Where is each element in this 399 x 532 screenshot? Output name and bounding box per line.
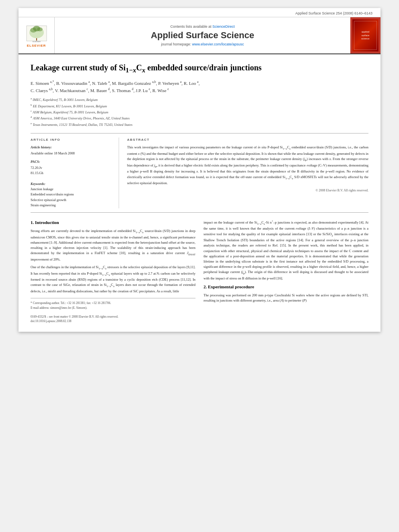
svg-text:ELSEVIER: ELSEVIER bbox=[33, 41, 41, 43]
contents-line: Contents lists available at ScienceDirec… bbox=[170, 25, 234, 29]
abstract-label: ABSTRACT bbox=[127, 138, 368, 142]
pacs-item-1: 72.20.Jv bbox=[31, 165, 113, 170]
section-2-heading: 2. Experimental procedure bbox=[204, 283, 368, 290]
pacs-item-2: 81.15.Gh bbox=[31, 170, 113, 176]
body-right-column: impact on the leakage current of the Si1… bbox=[204, 219, 368, 324]
cover-journal-title: appliedsurfacescience bbox=[361, 30, 369, 40]
journal-ref-text: Applied Surface Science 254 (2008) 6140–… bbox=[295, 11, 372, 15]
article-info-abstract: ARTICLE INFO Article history: Available … bbox=[31, 138, 368, 208]
body-left-column: 1. Introduction Strong efforts are curre… bbox=[31, 219, 195, 324]
journal-homepage: journal homepage: www.elsevier.com/locat… bbox=[161, 42, 244, 46]
article-info-label: ARTICLE INFO bbox=[31, 138, 113, 142]
body-two-columns: 1. Introduction Strong efforts are curre… bbox=[31, 219, 368, 324]
page: Applied Surface Science 254 (2008) 6140–… bbox=[19, 8, 380, 332]
elsevier-text: ELSEVIER bbox=[27, 44, 46, 47]
svg-point-5 bbox=[33, 26, 40, 31]
journal-main-title: Applied Surface Science bbox=[151, 30, 254, 41]
cover-box: appliedsurfacescience bbox=[352, 19, 378, 51]
intro-paragraph-2: One of the challenges in the implementat… bbox=[31, 265, 195, 294]
section-1-heading: 1. Introduction bbox=[31, 219, 195, 226]
copyright-line: © 2008 Elsevier B.V. All rights reserved… bbox=[127, 188, 368, 193]
abstract-text: This work investigates the impact of var… bbox=[127, 145, 368, 186]
authors-line: E. Simoen a,*, B. Vissouvanadin a, N. Ta… bbox=[31, 80, 368, 94]
footnote-email: E-mail address: simoen@imec.be (E. Simoe… bbox=[31, 306, 195, 310]
pacs-label: PACS: bbox=[31, 159, 113, 164]
intro-paragraph-1: Strong efforts are currently devoted to … bbox=[31, 228, 195, 262]
divider-line bbox=[31, 133, 368, 134]
divider-line-2 bbox=[31, 212, 368, 213]
journal-banner: ELSEVIER ELSEVIER Contents lists availab… bbox=[19, 17, 380, 54]
journal-reference: Applied Surface Science 254 (2008) 6140–… bbox=[19, 8, 380, 17]
footnote-area: * Corresponding author. Tel.: +32 16 281… bbox=[31, 298, 195, 323]
section2-paragraph-1: The processing was performed on 200 mm p… bbox=[204, 293, 368, 303]
intro-right-paragraph-1: impact on the leakage current of the Si1… bbox=[204, 219, 368, 281]
main-content: Leakage current study of Si1−xCx embedde… bbox=[19, 54, 380, 332]
article-info-column: ARTICLE INFO Article history: Available … bbox=[31, 138, 119, 208]
footnote-corresponding-author: * Corresponding author. Tel.: +32 16 281… bbox=[31, 301, 195, 305]
paper-title: Leakage current study of Si1−xCx embedde… bbox=[31, 62, 368, 75]
keywords-list: Junction leakage Embedded source/drain r… bbox=[31, 187, 113, 208]
body-content: 1. Introduction Strong efforts are curre… bbox=[31, 219, 368, 324]
article-history-label: Article history: bbox=[31, 145, 113, 150]
affiliations: a IMEC, Kapeldreef 75, B-3001 Leuven, Be… bbox=[31, 97, 368, 127]
keywords-label: Keywords: bbox=[31, 181, 113, 187]
footnote-doi: doi:10.1016/j.apsusc.2008.02.138 bbox=[31, 319, 195, 323]
journal-title-area: Contents lists available at ScienceDirec… bbox=[55, 17, 350, 53]
abstract-column: ABSTRACT This work investigates the impa… bbox=[127, 138, 368, 208]
journal-cover-image: appliedsurfacescience bbox=[350, 17, 380, 53]
available-online: Available online 18 March 2008 bbox=[31, 151, 113, 156]
elsevier-logo-area: ELSEVIER ELSEVIER bbox=[19, 17, 55, 53]
elsevier-tree-icon: ELSEVIER bbox=[25, 24, 49, 44]
footnote-issn: 0169-4332/$ – see front matter © 2008 El… bbox=[31, 314, 195, 319]
